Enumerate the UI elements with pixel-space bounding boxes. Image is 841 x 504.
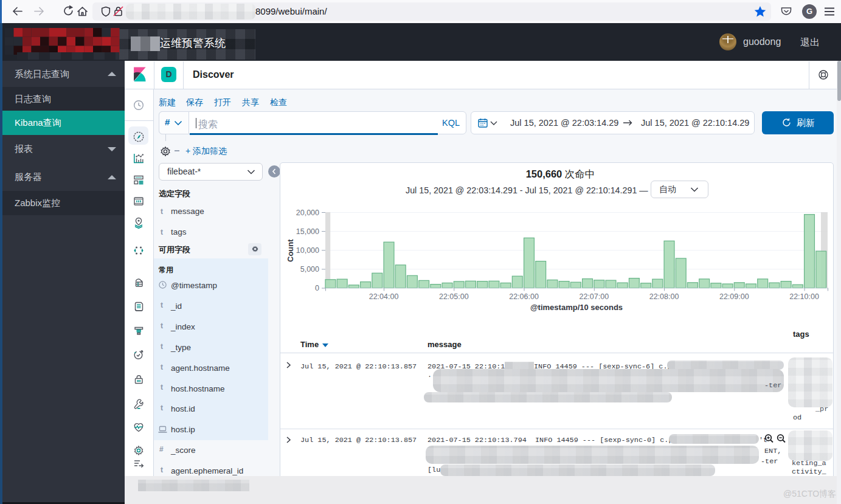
svg-text:22:06:00: 22:06:00: [509, 292, 539, 301]
svg-text:22:04:00: 22:04:00: [369, 292, 399, 301]
svg-text:5,000: 5,000: [300, 265, 319, 274]
svg-text:0: 0: [315, 284, 319, 292]
svg-text:22:07:00: 22:07:00: [579, 292, 609, 301]
svg-text:10,000: 10,000: [296, 246, 319, 255]
svg-text:22:09:00: 22:09:00: [719, 292, 749, 301]
svg-text:20,000: 20,000: [296, 209, 319, 217]
svg-text:22:05:00: 22:05:00: [439, 292, 469, 301]
svg-text:22:08:00: 22:08:00: [649, 292, 679, 301]
svg-text:15,000: 15,000: [296, 227, 319, 236]
svg-text:22:10:00: 22:10:00: [789, 292, 819, 301]
